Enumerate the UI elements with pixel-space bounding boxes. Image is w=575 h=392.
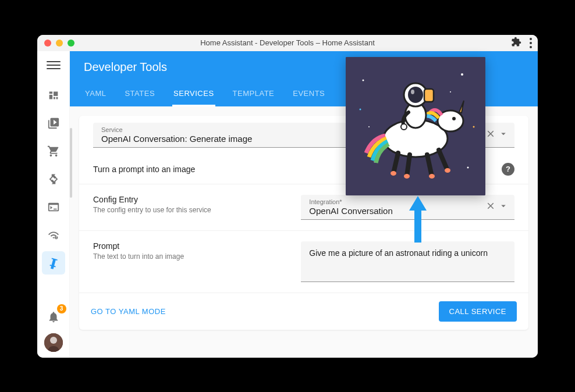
notification-badge: 3 <box>57 304 66 313</box>
bell-icon <box>47 311 60 323</box>
help-icon[interactable]: ? <box>502 163 514 176</box>
traffic-lights <box>44 40 74 47</box>
sidebar-item-media[interactable] <box>42 112 65 135</box>
tab-services[interactable]: SERVICES <box>172 84 215 106</box>
more-menu-button[interactable] <box>530 38 532 48</box>
go-to-yaml-button[interactable]: GO TO YAML MODE <box>91 307 166 316</box>
svg-point-10 <box>368 126 370 127</box>
clear-icon[interactable] <box>485 201 496 213</box>
svg-text:Z: Z <box>55 236 57 239</box>
chevron-down-icon[interactable] <box>498 201 509 213</box>
cart-icon <box>47 145 60 158</box>
config-entry-field-label: Integration* <box>309 198 485 205</box>
svg-rect-24 <box>424 89 434 102</box>
svg-point-5 <box>363 79 364 81</box>
sidebar-item-zwave[interactable]: Z <box>42 223 65 247</box>
hamburger-menu-button[interactable] <box>47 58 61 72</box>
annotation-arrow <box>406 193 430 248</box>
sidebar-item-shopping[interactable] <box>42 140 65 163</box>
svg-point-15 <box>452 117 456 120</box>
tab-states[interactable]: STATES <box>123 84 156 106</box>
user-avatar[interactable] <box>44 333 63 352</box>
titlebar-actions <box>511 37 532 49</box>
window-title: Home Assistant - Developer Tools – Home … <box>37 38 538 47</box>
scrollbar[interactable] <box>70 128 72 198</box>
service-description: Turn a prompt into an image <box>93 165 195 174</box>
call-service-button[interactable]: CALL SERVICE <box>439 301 517 322</box>
prompt-help: The text to turn into an image <box>93 252 287 261</box>
extension-icon[interactable] <box>511 37 521 49</box>
terminal-icon <box>47 201 60 213</box>
prompt-label: Prompt <box>93 241 287 251</box>
wifi-icon: Z <box>47 229 60 241</box>
sidebar: Z 3 <box>37 51 70 358</box>
chevron-down-icon[interactable] <box>498 129 509 141</box>
sidebar-notifications-button[interactable]: 3 <box>42 305 65 329</box>
svg-point-22 <box>408 87 423 103</box>
config-entry-help: The config entry to use for this service <box>93 206 287 214</box>
prompt-value: Give me a picture of an astronaut riding… <box>309 248 506 258</box>
clear-icon[interactable] <box>485 129 496 141</box>
sidebar-item-terminal[interactable] <box>42 195 65 219</box>
svg-point-3 <box>50 337 57 344</box>
svg-point-12 <box>360 108 361 110</box>
sidebar-item-devtools[interactable] <box>42 251 65 275</box>
svg-point-17 <box>404 174 410 179</box>
svg-point-18 <box>429 174 435 179</box>
svg-point-25 <box>401 124 407 130</box>
app-window: Home Assistant - Developer Tools – Home … <box>37 35 538 358</box>
sidebar-item-dashboard[interactable] <box>42 84 65 107</box>
svg-point-6 <box>461 73 463 76</box>
titlebar: Home Assistant - Developer Tools – Home … <box>37 35 538 51</box>
tab-template[interactable]: TEMPLATE <box>232 84 276 106</box>
svg-point-8 <box>467 166 469 168</box>
tab-events[interactable]: EVENTS <box>292 84 326 106</box>
hammer-icon <box>47 256 60 269</box>
generated-image-preview <box>346 57 485 195</box>
svg-point-11 <box>473 126 475 127</box>
prompt-row: Prompt The text to turn into an image Gi… <box>79 231 528 293</box>
maximize-window-button[interactable] <box>68 40 74 47</box>
tab-yaml[interactable]: YAML <box>84 84 107 106</box>
config-entry-field-value: OpenAI Conversation <box>309 206 485 216</box>
media-icon <box>47 117 60 130</box>
sidebar-item-code[interactable] <box>42 168 65 191</box>
config-entry-label: Config Entry <box>93 195 287 204</box>
code-icon <box>47 173 60 186</box>
card-footer: GO TO YAML MODE CALL SERVICE <box>79 293 528 330</box>
svg-point-16 <box>391 171 396 176</box>
minimize-window-button[interactable] <box>56 40 63 47</box>
astronaut-unicorn-illustration <box>346 57 485 195</box>
close-window-button[interactable] <box>44 40 51 47</box>
svg-point-9 <box>450 91 451 92</box>
svg-point-19 <box>445 168 450 173</box>
svg-point-23 <box>411 90 414 94</box>
dashboard-icon <box>47 89 60 102</box>
